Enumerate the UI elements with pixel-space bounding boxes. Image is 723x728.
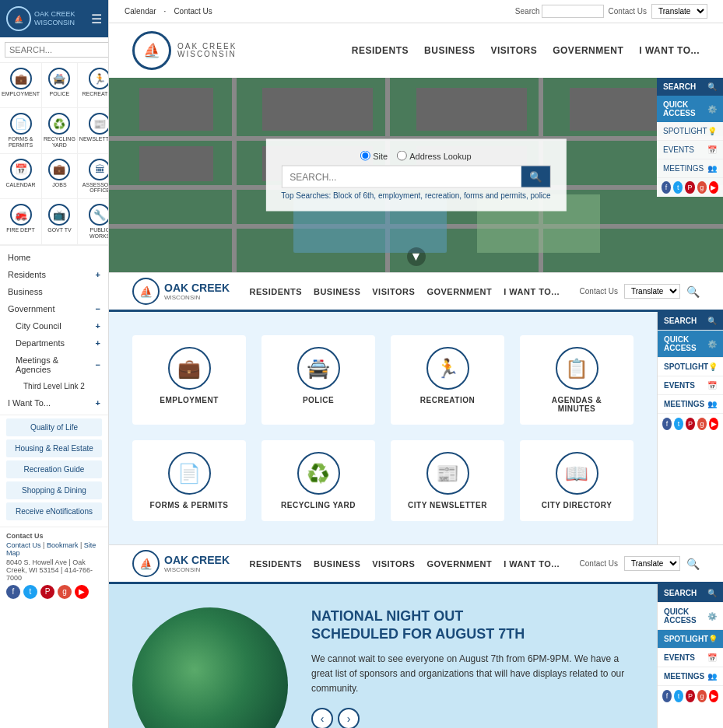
qa-events-btn[interactable]: EVENTS 📅 — [657, 141, 723, 159]
nav-residents[interactable]: RESIDENTS — [352, 45, 409, 56]
qa-pinterest-icon[interactable]: P — [685, 181, 694, 194]
qa3-pinterest-icon[interactable]: P — [686, 690, 695, 702]
sidebar-link-third[interactable]: Third Level Link 2 — [0, 378, 108, 394]
navbar-government-2[interactable]: GOVERNMENT — [426, 559, 492, 569]
qa3-youtube-icon[interactable]: ▶ — [709, 690, 718, 702]
grid-icon-employment[interactable]: 💼 EMPLOYMENT — [132, 335, 246, 425]
navbar-business-2[interactable]: BUSINESS — [314, 559, 360, 569]
sidebar-icon-jobs[interactable]: 💼 JOBS — [42, 154, 78, 199]
navbar-iwantto-1[interactable]: I WANT TO... — [504, 287, 560, 296]
sidebar-search-input[interactable] — [5, 42, 109, 58]
navbar-business-1[interactable]: BUSINESS — [314, 287, 360, 296]
navbar-translate-1[interactable]: Translate — [624, 284, 680, 299]
sidebar-contact-us-link[interactable]: Contact Us — [6, 541, 41, 549]
sidebar-google-icon[interactable]: g — [58, 585, 72, 599]
sidebar-link-business[interactable]: Business — [0, 283, 108, 300]
grid-icon-agendas[interactable]: 📋 AGENDAS & MINUTES — [520, 335, 634, 425]
sidebar-pinterest-icon[interactable]: P — [40, 585, 54, 599]
qa3-quick-access-btn[interactable]: QUICK ACCESS ⚙️ — [658, 603, 723, 630]
nav-government[interactable]: GOVERNMENT — [553, 45, 623, 56]
contact-top-link[interactable]: Contact Us — [174, 7, 212, 16]
qa3-spotlight-btn[interactable]: SPOTLIGHT 💡 — [658, 630, 723, 649]
sidebar-btn-shopping[interactable]: Shopping & Dining — [6, 481, 102, 499]
grid-icon-forms[interactable]: 📄 FORMS & PERMITS — [132, 440, 246, 521]
grid-icon-recycling[interactable]: ♻️ RECYCLING YARD — [261, 440, 375, 521]
qa-spotlight-btn[interactable]: SPOTLIGHT 💡 — [657, 122, 723, 141]
sidebar-icon-calendar[interactable]: 📅 CALENDAR — [0, 154, 42, 199]
scroll-down-indicator[interactable]: ▼ — [407, 247, 426, 266]
navbar-visitors-1[interactable]: VISITORS — [372, 287, 415, 296]
qa3-meetings-btn[interactable]: MEETINGS 👥 — [658, 667, 723, 686]
sidebar-icon-fire[interactable]: 🚒 FIRE DEPT — [0, 199, 42, 244]
sidebar-btn-enotifications[interactable]: Receive eNotifications — [6, 502, 102, 520]
grid-icon-police[interactable]: 🚔 POLICE — [261, 335, 375, 425]
qa-youtube-icon[interactable]: ▶ — [709, 181, 718, 194]
search-radio-address-input[interactable] — [397, 151, 407, 161]
sidebar-btn-recreation[interactable]: Recreation Guide — [6, 460, 102, 478]
sidebar-link-home[interactable]: Home — [0, 249, 108, 266]
navbar-translate-2[interactable]: Translate — [624, 556, 680, 571]
navbar-residents-2[interactable]: RESIDENTS — [250, 559, 302, 569]
sidebar-link-residents[interactable]: Residents + — [0, 266, 108, 283]
grid-icon-newsletter[interactable]: 📰 CITY NEWSLETTER — [391, 440, 504, 521]
top-search-input[interactable] — [542, 5, 604, 18]
search-radio-address[interactable]: Address Lookup — [397, 151, 472, 161]
sidebar-youtube-icon[interactable]: ▶ — [75, 585, 89, 599]
spotlight-prev-btn[interactable]: ‹ — [311, 708, 333, 728]
qa2-pinterest-icon[interactable]: P — [686, 418, 695, 430]
sidebar-bookmark-link[interactable]: Bookmark — [47, 541, 79, 549]
qa3-search-btn[interactable]: SEARCH 🔍 — [658, 584, 723, 603]
qa-twitter-icon[interactable]: t — [673, 181, 683, 194]
top-translate-select[interactable]: Translate — [651, 4, 707, 19]
sidebar-link-government[interactable]: Government − — [0, 300, 108, 317]
search-radio-site-input[interactable] — [360, 151, 370, 161]
navbar-search-icon-2[interactable]: 🔍 — [686, 558, 700, 570]
qa2-google-icon[interactable]: g — [697, 418, 707, 430]
sidebar-icon-employment[interactable]: 💼 EMPLOYMENT — [0, 63, 42, 108]
grid-icon-directory[interactable]: 📖 CITY DIRECTORY — [520, 440, 634, 521]
navbar-search-icon-1[interactable]: 🔍 — [686, 285, 700, 298]
qa2-spotlight-btn[interactable]: SPOTLIGHT 💡 — [658, 358, 723, 376]
qa3-twitter-icon[interactable]: t — [674, 690, 683, 702]
qa-facebook-icon[interactable]: f — [662, 181, 671, 194]
hamburger-menu[interactable]: ☰ — [91, 12, 102, 26]
grid-icon-recreation[interactable]: 🏃 RECREATION — [391, 335, 504, 425]
sidebar-link-iwantto[interactable]: I Want To... + — [0, 394, 108, 411]
qa-search-btn[interactable]: SEARCH 🔍 — [657, 78, 723, 96]
sidebar-btn-quality[interactable]: Quality of Life — [6, 418, 102, 436]
sidebar-link-departments[interactable]: Departments + — [0, 334, 108, 352]
qa-google-icon[interactable]: g — [697, 181, 707, 194]
navbar-iwantto-2[interactable]: I WANT TO... — [504, 559, 560, 569]
qa2-facebook-icon[interactable]: f — [662, 418, 672, 430]
nav-iwantto[interactable]: I WANT TO... — [639, 45, 700, 56]
sidebar-icon-recreation[interactable]: 🏃 RECREATION — [78, 63, 109, 108]
hero-search-button[interactable]: 🔍 — [521, 166, 550, 187]
sidebar-twitter-icon[interactable]: t — [23, 585, 37, 599]
sidebar-link-citycouncil[interactable]: City Council + — [0, 317, 108, 334]
qa2-meetings-btn[interactable]: MEETINGS 👥 — [658, 395, 723, 414]
sidebar-icon-forms[interactable]: 📄 FORMS & PERMITS — [0, 108, 42, 153]
qa3-events-btn[interactable]: EVENTS 📅 — [658, 649, 723, 667]
sidebar-icon-police[interactable]: 🚔 POLICE — [42, 63, 78, 108]
qa2-events-btn[interactable]: EVENTS 📅 — [658, 376, 723, 395]
sidebar-facebook-icon[interactable]: f — [6, 585, 20, 599]
spotlight-next-btn[interactable]: › — [338, 708, 360, 728]
navbar-residents-1[interactable]: RESIDENTS — [250, 287, 302, 296]
qa2-search-btn[interactable]: SEARCH 🔍 — [658, 312, 723, 331]
calendar-top-link[interactable]: Calendar — [125, 7, 156, 16]
qa-meetings-btn[interactable]: MEETINGS 👥 — [657, 159, 723, 178]
sidebar-icon-govtv[interactable]: 📺 GOVT TV — [42, 199, 78, 244]
sidebar-icon-newsletters[interactable]: 📰 NEWSLETTERS — [78, 108, 109, 153]
sidebar-icon-assessor[interactable]: 🏛 ASSESSOR'S OFFICE — [78, 154, 109, 199]
search-radio-site[interactable]: Site — [360, 151, 388, 161]
qa2-youtube-icon[interactable]: ▶ — [709, 418, 718, 430]
qa2-twitter-icon[interactable]: t — [674, 418, 683, 430]
qa-quick-access-btn[interactable]: QUICK ACCESS ⚙️ — [657, 96, 723, 122]
sidebar-icon-recycling[interactable]: ♻️ RECYCLING YARD — [42, 108, 78, 153]
qa3-google-icon[interactable]: g — [697, 690, 707, 702]
navbar-visitors-2[interactable]: VISITORS — [372, 559, 415, 569]
sidebar-icon-publicworks[interactable]: 🔧 PUBLIC WORKS — [78, 199, 109, 244]
qa2-quick-access-btn[interactable]: QUICK ACCESS ⚙️ — [658, 331, 723, 358]
hero-search-input[interactable] — [282, 166, 521, 187]
nav-visitors[interactable]: VISITORS — [490, 45, 537, 56]
